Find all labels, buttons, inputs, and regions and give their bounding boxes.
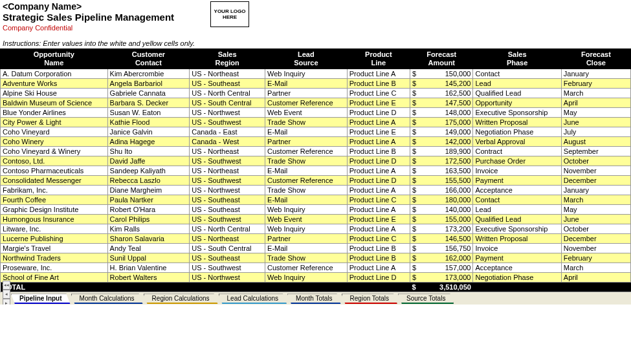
cell[interactable]: $162,000 [410,253,473,263]
cell[interactable]: Partner [265,137,348,147]
sheet-tab[interactable]: Region Totals [342,294,397,304]
cell[interactable]: Written Proposal [473,234,561,244]
cell[interactable]: $162,500 [410,89,473,98]
cell[interactable]: Product Line A [347,224,410,234]
tab-nav-button[interactable]: ◂◂ [3,281,10,290]
cell[interactable]: May [561,108,630,118]
cell[interactable]: Contact [473,195,561,205]
cell[interactable]: US - Northwest [190,273,265,283]
cell[interactable]: October [561,156,630,166]
cell[interactable]: Product Line C [347,234,410,244]
cell[interactable]: Product Line E [347,127,410,137]
cell[interactable]: Rebecca Laszlo [107,176,190,186]
cell[interactable]: Web Inquiry [265,273,348,283]
cell[interactable]: Carol Philips [107,215,190,224]
sheet-tab[interactable]: Region Calculations [144,294,218,304]
cell[interactable]: Gabriele Cannata [107,89,190,98]
cell[interactable]: Barbara S. Decker [107,98,190,108]
cell[interactable]: Verbal Approval [473,137,561,147]
table-row[interactable]: Blue Yonder AirlinesSusan W. EatonUS - N… [1,108,631,118]
cell[interactable]: November [561,244,630,253]
table-row[interactable]: Fourth CoffeePaula NartkerUS - Southeast… [1,195,631,205]
table-row[interactable]: Coho Vineyard & WineryShu ItoUS - Northe… [1,147,631,156]
cell[interactable]: June [561,118,630,127]
cell[interactable]: Kim Abercrombie [107,69,190,79]
cell[interactable]: Robert Walters [107,273,190,283]
cell[interactable]: US - Southeast [190,79,265,89]
cell[interactable]: Margie's Travel [1,244,108,253]
cell[interactable]: Product Line A [347,205,410,215]
cell[interactable]: US - Southeast [190,205,265,215]
column-header[interactable]: ProductLine [347,49,410,69]
sheet-tab[interactable]: Lead Calculations [219,294,287,304]
cell[interactable]: Fabrikam, Inc. [1,186,108,195]
table-row[interactable]: Alpine Ski HouseGabriele CannataUS - Nor… [1,89,631,98]
cell[interactable]: Product Line D [347,156,410,166]
cell[interactable]: Diane Margheim [107,186,190,195]
cell[interactable]: March [561,195,630,205]
cell[interactable]: Customer Reference [265,263,348,273]
cell[interactable]: Humongous Insurance [1,215,108,224]
cell[interactable]: Web Event [265,108,348,118]
cell[interactable]: $140,000 [410,205,473,215]
cell[interactable]: US - South Central [190,98,265,108]
tab-nav-button[interactable]: ◂ [3,290,10,299]
cell[interactable]: US - Southeast [190,253,265,263]
column-header[interactable]: ForecastAmount [410,49,473,69]
cell[interactable]: November [561,166,630,176]
cell[interactable]: US - Southwest [190,215,265,224]
cell[interactable]: Litware, Inc. [1,224,108,234]
cell[interactable]: Product Line D [347,273,410,283]
cell[interactable]: Contact [473,69,561,79]
cell[interactable]: A. Datum Corporation [1,69,108,79]
column-header[interactable]: CustomerContact [107,49,190,69]
cell[interactable]: Kathie Flood [107,118,190,127]
cell[interactable]: US - Southwest [190,263,265,273]
cell[interactable]: Invoice [473,244,561,253]
cell[interactable]: Opportunity [473,98,561,108]
sheet-tab[interactable]: Pipeline Input [11,294,71,304]
cell[interactable]: E-Mail [265,244,348,253]
cell[interactable]: Product Line B [347,147,410,156]
cell[interactable]: Trade Show [265,118,348,127]
cell[interactable]: August [561,137,630,147]
cell[interactable]: Sandeep Kaliyath [107,166,190,176]
cell[interactable]: $145,200 [410,79,473,89]
table-row[interactable]: Adventure WorksAngela BarbariolUS - Sout… [1,79,631,89]
cell[interactable]: Written Proposal [473,118,561,127]
cell[interactable]: US - Southeast [190,195,265,205]
sheet-tab[interactable]: Month Totals [287,294,341,304]
cell[interactable]: Lucerne Publishing [1,234,108,244]
cell[interactable]: Lead [473,205,561,215]
cell[interactable]: $148,000 [410,108,473,118]
cell[interactable]: E-Mail [265,195,348,205]
cell[interactable]: Negotiation Phase [473,127,561,137]
cell[interactable]: September [561,147,630,156]
cell[interactable]: Coho Winery [1,137,108,147]
cell[interactable]: US - Northeast [190,147,265,156]
table-row[interactable]: Contoso PharmaceuticalsSandeep KaliyathU… [1,166,631,176]
cell[interactable]: June [561,215,630,224]
cell[interactable]: $172,500 [410,156,473,166]
cell[interactable]: Product Line D [347,108,410,118]
cell[interactable]: US - Southwest [190,118,265,127]
tab-nav-button[interactable]: ▸ [3,299,10,305]
cell[interactable]: $173,200 [410,224,473,234]
cell[interactable]: Payment [473,176,561,186]
table-row[interactable]: Humongous InsuranceCarol PhilipsUS - Sou… [1,215,631,224]
cell[interactable]: Graphic Design Institute [1,205,108,215]
cell[interactable]: $142,000 [410,137,473,147]
table-row[interactable]: Coho WineryAdina HagegeCanada - WestPart… [1,137,631,147]
cell[interactable]: Partner [265,234,348,244]
cell[interactable]: $166,000 [410,186,473,195]
cell[interactable]: Product Line E [347,215,410,224]
cell[interactable]: Contract [473,147,561,156]
cell[interactable]: December [561,234,630,244]
cell[interactable]: Web Inquiry [265,205,348,215]
column-header[interactable]: SalesPhase [473,49,561,69]
cell[interactable]: Kim Ralls [107,224,190,234]
sheet-tab[interactable]: Month Calculations [71,294,143,304]
cell[interactable]: $163,500 [410,166,473,176]
cell[interactable]: July [561,127,630,137]
cell[interactable]: January [561,69,630,79]
